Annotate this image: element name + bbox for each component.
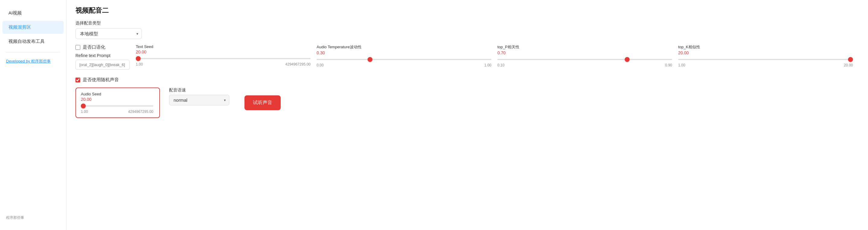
- audio-seed-slider[interactable]: [81, 105, 153, 106]
- sidebar-item-video-mix[interactable]: 视频混剪区: [2, 21, 64, 34]
- audio-seed-row: Audio Seed 20.00 1.00 4294967295.00 配音语速…: [75, 88, 859, 118]
- slider-text-seed-label: Text Seed: [136, 44, 311, 49]
- slider-audio-temp-label: Audio Temperature波动性: [317, 44, 491, 50]
- sliders-row: Text Seed 20.00 1.00 4294967295.00 Audio…: [136, 44, 859, 67]
- refine-text-input[interactable]: [75, 60, 130, 70]
- left-col: 是否口语化 Refine text Prompt: [75, 44, 130, 70]
- speed-select[interactable]: normal fast slow: [169, 95, 229, 105]
- slider-top-k-track: [678, 57, 853, 63]
- slider-top-p-input[interactable]: [497, 59, 672, 60]
- audio-seed-label: Audio Seed: [81, 92, 155, 96]
- main-content: 视频配音二 选择配音类型 本地模型 ▾ 是否口语化 Refine text Pr…: [66, 0, 868, 230]
- slider-audio-temp-value: 0.30: [317, 51, 491, 55]
- audio-seed-box: Audio Seed 20.00 1.00 4294967295.00: [75, 88, 160, 118]
- slider-top-k-label: top_K相似性: [678, 44, 853, 50]
- slider-text-seed-input[interactable]: [136, 58, 311, 59]
- speed-group: 配音语速 normal fast slow ▾: [169, 88, 229, 105]
- slider-top-p: top_P相关性 0.70 0.10 0.90: [497, 44, 678, 67]
- random-sound-row: 是否使用随机声音: [75, 77, 859, 83]
- slider-top-k-value: 20.00: [678, 51, 853, 55]
- slider-audio-temp-track: [317, 57, 491, 63]
- verbal-checkbox-label[interactable]: 是否口语化: [75, 44, 130, 50]
- refine-label: Refine text Prompt: [75, 53, 130, 58]
- slider-top-k-range: 1.00 20.00: [678, 63, 853, 67]
- slider-text-seed-track: [136, 56, 311, 62]
- slider-top-p-value: 0.70: [497, 51, 672, 55]
- select-type-dropdown[interactable]: 本地模型: [75, 28, 142, 39]
- slider-top-k: top_K相似性 20.00 1.00 20.00: [678, 44, 859, 67]
- try-sound-button[interactable]: 试听声音: [245, 95, 281, 110]
- sidebar-developer-link[interactable]: Developed by 程序那些事: [0, 56, 66, 66]
- random-sound-checkbox[interactable]: [75, 77, 80, 83]
- speed-select-wrapper: normal fast slow ▾: [169, 95, 229, 105]
- slider-top-p-range: 0.10 0.90: [497, 63, 672, 67]
- slider-text-seed-value: 20.00: [136, 50, 311, 54]
- random-sound-label[interactable]: 是否使用随机声音: [75, 77, 119, 83]
- slider-audio-temp-range: 0.00 1.00: [317, 63, 491, 67]
- select-type-label: 选择配音类型: [75, 21, 859, 26]
- sidebar-footer: 程序那些事: [0, 211, 66, 224]
- sidebar-item-auto-publish[interactable]: 视频自动发布工具: [2, 35, 64, 48]
- sidebar-divider: [6, 52, 60, 53]
- audio-seed-value: 20.00: [81, 97, 155, 102]
- page-title: 视频配音二: [75, 6, 859, 15]
- slider-top-p-label: top_P相关性: [497, 44, 672, 50]
- select-type-wrapper: 本地模型 ▾: [75, 28, 142, 39]
- slider-top-p-track: [497, 57, 672, 63]
- slider-text-seed: Text Seed 20.00 1.00 4294967295.00: [136, 44, 317, 66]
- slider-text-seed-range: 1.00 4294967295.00: [136, 62, 311, 66]
- audio-seed-track: [81, 103, 155, 109]
- sidebar: AI视频 视频混剪区 视频自动发布工具 Developed by 程序那些事 程…: [0, 0, 66, 230]
- slider-audio-temp: Audio Temperature波动性 0.30 0.00 1.00: [317, 44, 497, 67]
- speed-label: 配音语速: [169, 88, 229, 93]
- slider-audio-temp-input[interactable]: [317, 59, 491, 60]
- sidebar-item-ai-video[interactable]: AI视频: [2, 7, 64, 20]
- verbal-checkbox[interactable]: [75, 45, 80, 50]
- slider-top-k-input[interactable]: [678, 59, 853, 60]
- audio-seed-range: 1.00 4294967295.00: [81, 109, 153, 114]
